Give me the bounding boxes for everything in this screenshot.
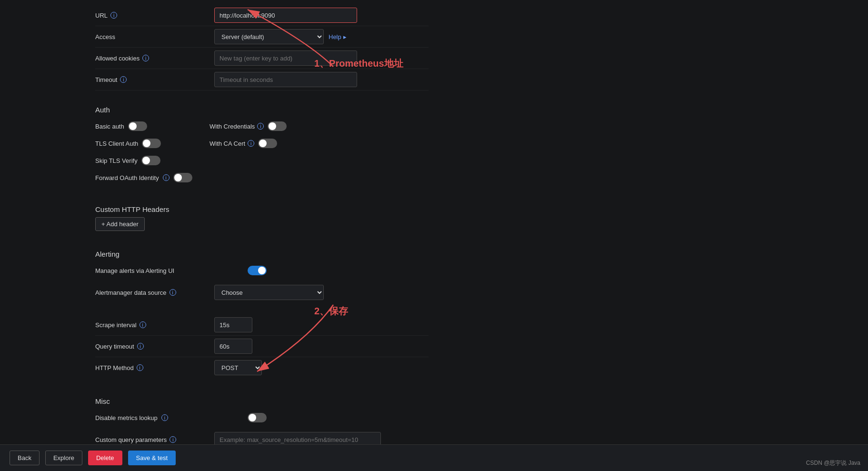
forward-oauth-label: Forward OAuth Identity — [95, 174, 159, 181]
timeout-label: Timeout i — [95, 76, 214, 83]
add-header-button[interactable]: + Add header — [95, 217, 145, 231]
back-button[interactable]: Back — [10, 451, 40, 465]
http-method-label: HTTP Method i — [95, 364, 214, 371]
url-info-icon[interactable]: i — [110, 12, 117, 19]
tls-client-auth-toggle[interactable] — [142, 139, 161, 148]
tls-client-auth-row: TLS Client Auth — [95, 139, 190, 148]
access-label: Access — [95, 33, 214, 40]
url-label: URL i — [95, 12, 214, 19]
forward-oauth-toggle[interactable] — [173, 173, 192, 182]
query-timeout-label-text: Query timeout — [95, 343, 134, 350]
allowed-cookies-label-text: Allowed cookies — [95, 55, 140, 62]
alertmanager-info-icon[interactable]: i — [170, 289, 176, 296]
basic-auth-toggle[interactable] — [128, 121, 147, 131]
auth-section-title: Auth — [95, 98, 429, 118]
delete-button[interactable]: Delete — [88, 451, 122, 465]
query-timeout-info-icon[interactable]: i — [137, 343, 144, 350]
timeout-label-text: Timeout — [95, 76, 117, 83]
query-timeout-label: Query timeout i — [95, 343, 214, 350]
with-ca-cert-info-icon[interactable]: i — [248, 140, 254, 147]
forward-oauth-info-icon[interactable]: i — [163, 174, 170, 181]
allowed-cookies-info-icon[interactable]: i — [142, 55, 149, 61]
save-test-button[interactable]: Save & test — [128, 451, 176, 465]
url-input[interactable] — [214, 8, 357, 23]
forward-oauth-row: Forward OAuth Identity i — [95, 173, 192, 182]
with-credentials-label: With Credentials i — [210, 123, 264, 130]
skip-tls-verify-label: Skip TLS Verify — [95, 157, 138, 164]
skip-tls-verify-toggle[interactable] — [141, 156, 160, 165]
custom-query-params-label: Custom query parameters i — [95, 436, 214, 443]
explore-button[interactable]: Explore — [45, 451, 82, 465]
http-method-label-text: HTTP Method — [95, 364, 134, 371]
with-ca-cert-row: With CA Cert i — [210, 139, 277, 148]
with-ca-cert-label: With CA Cert i — [210, 140, 254, 147]
disable-metrics-info-icon[interactable]: i — [161, 414, 168, 421]
allowed-cookies-label: Allowed cookies i — [95, 55, 214, 62]
alertmanager-label-text: Alertmanager data source — [95, 289, 167, 296]
with-credentials-info-icon[interactable]: i — [257, 123, 264, 130]
manage-alerts-label: Manage alerts via Alerting UI — [95, 267, 174, 274]
alertmanager-label: Alertmanager data source i — [95, 289, 214, 296]
basic-auth-label: Basic auth — [95, 123, 124, 130]
scrape-interval-input[interactable] — [214, 317, 252, 332]
with-ca-cert-toggle[interactable] — [258, 139, 277, 148]
timeout-info-icon[interactable]: i — [120, 76, 127, 83]
scrape-interval-info-icon[interactable]: i — [140, 321, 146, 328]
allowed-cookies-input[interactable] — [214, 50, 357, 66]
custom-http-headers-title: Custom HTTP Headers — [95, 198, 429, 217]
with-credentials-toggle[interactable] — [268, 121, 287, 131]
access-select[interactable]: Server (default) Browser — [214, 29, 324, 44]
custom-query-params-label-text: Custom query parameters — [95, 436, 167, 443]
with-credentials-row: With Credentials i — [210, 121, 287, 131]
alerting-section-title: Alerting — [95, 242, 429, 262]
basic-auth-row: Basic auth — [95, 121, 190, 131]
skip-tls-verify-row: Skip TLS Verify — [95, 156, 190, 165]
query-timeout-input[interactable] — [214, 339, 252, 354]
disable-metrics-toggle[interactable] — [248, 413, 267, 422]
http-method-info-icon[interactable]: i — [137, 364, 143, 371]
csdn-watermark: CSDN @思宇说 Java — [806, 459, 860, 467]
scrape-interval-label-text: Scrape interval — [95, 321, 137, 329]
timeout-input[interactable] — [214, 72, 357, 87]
tls-client-auth-label: TLS Client Auth — [95, 140, 138, 147]
access-label-text: Access — [95, 33, 115, 40]
disable-metrics-label: Disable metrics lookup — [95, 414, 158, 421]
scrape-interval-label: Scrape interval i — [95, 321, 214, 329]
alertmanager-select[interactable]: Choose — [214, 285, 324, 300]
http-method-select[interactable]: GET POST — [214, 360, 262, 375]
custom-query-params-info-icon[interactable]: i — [170, 436, 176, 443]
manage-alerts-toggle[interactable] — [248, 266, 267, 275]
misc-section-title: Misc — [95, 390, 429, 409]
url-label-text: URL — [95, 12, 108, 19]
help-link[interactable]: Help ▸ — [329, 33, 347, 40]
bottom-bar: Back Explore Delete Save & test — [0, 444, 868, 471]
